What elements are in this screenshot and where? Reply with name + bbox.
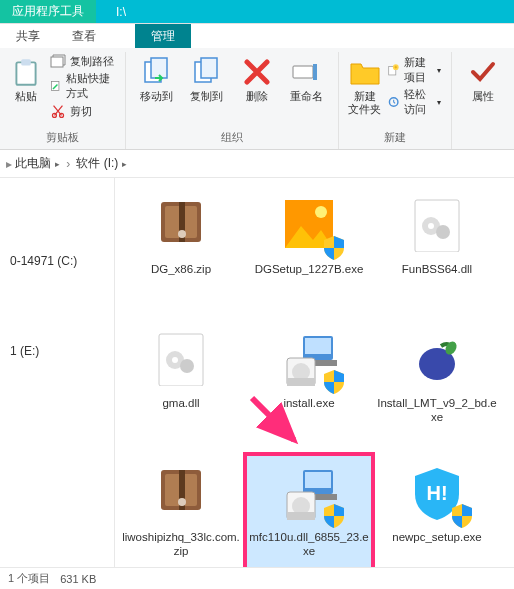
file-item[interactable]: FunBSS64.dll — [373, 186, 501, 316]
file-type-icon — [153, 196, 209, 252]
group-clipboard: 粘贴 复制路径 粘贴快捷方式 剪切 剪贴板 — [0, 52, 126, 149]
delete-button[interactable]: 删除 — [232, 52, 282, 105]
scissors-icon — [50, 103, 66, 119]
file-label: mfc110u.dll_6855_23.exe — [249, 530, 369, 558]
file-type-icon — [409, 196, 465, 252]
file-thumb — [277, 460, 341, 524]
group-label-organize: 组织 — [221, 128, 243, 149]
file-item[interactable]: Install_LMT_v9_2_bd.exe — [373, 320, 501, 450]
new-item-icon — [388, 62, 399, 78]
shield-icon — [321, 368, 347, 396]
file-thumb — [405, 326, 469, 390]
file-label: DG_x86.zip — [151, 262, 211, 276]
new-item-button[interactable]: 新建项目▾ — [384, 54, 445, 86]
breadcrumb[interactable]: ▸ 此电脑 › 软件 (I:) — [0, 150, 514, 178]
file-item[interactable]: install.exe — [245, 320, 373, 450]
folder-icon — [349, 56, 381, 88]
file-thumb — [277, 326, 341, 390]
copy-path-button[interactable]: 复制路径 — [46, 52, 119, 70]
cut-button[interactable]: 剪切 — [46, 102, 119, 120]
tree-item-e[interactable]: 1 (E:) — [4, 274, 110, 364]
move-icon — [141, 56, 173, 88]
new-folder-button[interactable]: 新建 文件夹 — [345, 52, 385, 118]
status-size: 631 KB — [60, 573, 96, 585]
file-item[interactable]: newpc_setup.exe — [373, 454, 501, 567]
file-label: liwoshipizhq_33lc.com.zip — [121, 530, 241, 558]
file-label: FunBSS64.dll — [402, 262, 472, 276]
file-label: install.exe — [283, 396, 334, 410]
delete-x-icon — [241, 56, 273, 88]
file-item[interactable]: DGSetup_1227B.exe — [245, 186, 373, 316]
file-thumb — [149, 326, 213, 390]
tab-view[interactable]: 查看 — [56, 24, 112, 48]
easy-access-icon — [388, 94, 399, 110]
copy-path-icon — [50, 53, 66, 69]
breadcrumb-pc[interactable]: 此电脑 — [15, 155, 60, 172]
paste-button[interactable]: 粘贴 — [6, 52, 46, 105]
file-item[interactable]: gma.dll — [117, 320, 245, 450]
check-icon — [467, 56, 499, 88]
contextual-tab-tools[interactable]: 应用程序工具 — [0, 0, 96, 23]
group-label-clipboard: 剪贴板 — [46, 128, 79, 149]
tab-manage[interactable]: 管理 — [135, 24, 191, 48]
file-label: gma.dll — [162, 396, 199, 410]
group-label-new: 新建 — [384, 128, 406, 149]
file-type-icon — [153, 330, 209, 386]
tab-share[interactable]: 共享 — [0, 24, 56, 48]
group-organize: 移动到 复制到 删除 重命名 组织 — [126, 52, 339, 149]
shield-icon — [321, 234, 347, 262]
file-label: DGSetup_1227B.exe — [255, 262, 364, 276]
file-thumb — [149, 192, 213, 256]
file-item[interactable]: mfc110u.dll_6855_23.exe — [245, 454, 373, 567]
main-area: 0-14971 (C:) 1 (E:) DG_x86.zipDGSetup_12… — [0, 178, 514, 567]
shortcut-icon — [50, 78, 62, 94]
sidebar[interactable]: 0-14971 (C:) 1 (E:) — [0, 178, 115, 567]
paste-label: 粘贴 — [15, 90, 37, 103]
title-tabbar: 应用程序工具 I:\ — [0, 0, 514, 24]
file-thumb — [277, 192, 341, 256]
file-type-icon — [153, 464, 209, 520]
copy-to-button[interactable]: 复制到 — [182, 52, 232, 105]
shield-icon — [321, 502, 347, 530]
breadcrumb-drive[interactable]: 软件 (I:) — [76, 155, 127, 172]
move-to-button[interactable]: 移动到 — [132, 52, 182, 105]
status-selection: 1 个项目 — [8, 571, 50, 586]
breadcrumb-back-icon: ▸ — [6, 157, 15, 171]
file-label: Install_LMT_v9_2_bd.exe — [377, 396, 497, 424]
file-item[interactable]: liwoshipizhq_33lc.com.zip — [117, 454, 245, 567]
titlebar-spacer — [146, 0, 514, 23]
ribbon: 粘贴 复制路径 粘贴快捷方式 剪切 剪贴板 — [0, 48, 514, 150]
ribbon-tabs: 共享 查看 管理 — [0, 24, 514, 48]
file-item[interactable]: DG_x86.zip — [117, 186, 245, 316]
rename-button[interactable]: 重命名 — [282, 52, 332, 105]
title-path[interactable]: I:\ — [96, 0, 146, 23]
file-type-icon — [409, 330, 465, 386]
status-bar: 1 个项目 631 KB — [0, 567, 514, 589]
properties-button[interactable]: 属性 — [458, 52, 508, 105]
file-grid[interactable]: DG_x86.zipDGSetup_1227B.exeFunBSS64.dllg… — [115, 178, 514, 567]
rename-icon — [291, 56, 323, 88]
group-new: 新建 文件夹 新建项目▾ 轻松访问▾ 新建 — [339, 52, 452, 149]
file-thumb — [149, 460, 213, 524]
easy-access-button[interactable]: 轻松访问▾ — [384, 86, 445, 118]
tree-item-c[interactable]: 0-14971 (C:) — [4, 184, 110, 274]
file-label: newpc_setup.exe — [392, 530, 482, 544]
clipboard-icon — [10, 56, 42, 88]
group-properties: 属性 — [452, 52, 514, 149]
shield-icon — [449, 502, 475, 530]
file-thumb — [405, 460, 469, 524]
paste-shortcut-button[interactable]: 粘贴快捷方式 — [46, 70, 119, 102]
copy-icon — [191, 56, 223, 88]
file-thumb — [405, 192, 469, 256]
